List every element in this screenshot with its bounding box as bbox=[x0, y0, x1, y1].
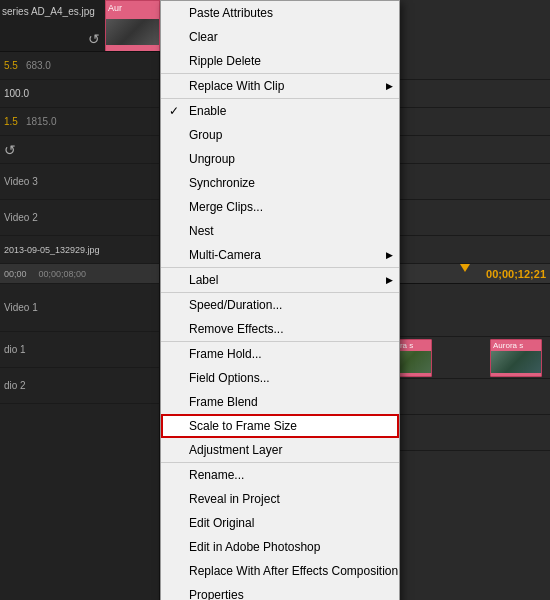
menu-item-edit-original[interactable]: Edit Original bbox=[161, 511, 399, 535]
menu-item-multi-camera[interactable]: Multi-Camera bbox=[161, 243, 399, 267]
top-left-panel: series AD_A4_es.jpg Aur ↺ bbox=[0, 0, 160, 52]
menu-item-rename[interactable]: Rename... bbox=[161, 463, 399, 487]
aurora-clip-5-thumb bbox=[491, 351, 541, 373]
menu-item-ripple-delete[interactable]: Ripple Delete bbox=[161, 49, 399, 73]
track-label-v1: Video 1 bbox=[4, 302, 38, 313]
track-ruler: 00;00 00;00;08;00 bbox=[0, 264, 159, 284]
track-label-a2: dio 2 bbox=[4, 380, 26, 391]
pink-clip-top: Aur bbox=[105, 0, 160, 52]
undo-icon-2[interactable]: ↺ bbox=[4, 142, 16, 158]
track-val-3a: 1.5 bbox=[4, 116, 18, 127]
menu-item-paste-attributes[interactable]: Paste Attributes bbox=[161, 1, 399, 25]
menu-item-edit-in-photoshop[interactable]: Edit in Adobe Photoshop bbox=[161, 535, 399, 559]
clip-thumbnail bbox=[106, 19, 159, 45]
track-val-1a: 5.5 bbox=[4, 60, 18, 71]
track-row-1: 5.5 683.0 bbox=[0, 52, 159, 80]
track-audio1: dio 1 bbox=[0, 332, 159, 368]
timecode-right: 00;00;08;00 bbox=[39, 269, 87, 279]
track-row-3: 1.5 1815.0 bbox=[0, 108, 159, 136]
clip-name-label: series AD_A4_es.jpg bbox=[2, 6, 95, 17]
date-label: 2013-09-05_132929.jpg bbox=[4, 245, 100, 255]
track-label-v3: Video 3 bbox=[4, 176, 38, 187]
track-label-v2: Video 2 bbox=[4, 212, 38, 223]
track-date: 2013-09-05_132929.jpg bbox=[0, 236, 159, 264]
menu-item-replace-after-effects[interactable]: Replace With After Effects Composition bbox=[161, 559, 399, 583]
track-video3: Video 3 bbox=[0, 164, 159, 200]
menu-item-remove-effects[interactable]: Remove Effects... bbox=[161, 317, 399, 341]
menu-item-synchronize[interactable]: Synchronize bbox=[161, 171, 399, 195]
menu-item-scale-to-frame-size[interactable]: Scale to Frame Size bbox=[161, 414, 399, 438]
timecode-display: 00;00;12;21 bbox=[486, 268, 546, 280]
menu-item-label[interactable]: Label bbox=[161, 268, 399, 292]
pink-clip-top-label: Aur bbox=[106, 1, 159, 15]
menu-item-replace-with-clip[interactable]: Replace With Clip bbox=[161, 74, 399, 98]
track-label-a1: dio 1 bbox=[4, 344, 26, 355]
track-audio2: dio 2 bbox=[0, 368, 159, 404]
timecode-left: 00;00 bbox=[4, 269, 27, 279]
menu-item-frame-hold[interactable]: Frame Hold... bbox=[161, 342, 399, 366]
menu-item-enable[interactable]: Enable bbox=[161, 99, 399, 123]
menu-item-properties[interactable]: Properties bbox=[161, 583, 399, 600]
menu-item-merge-clips[interactable]: Merge Clips... bbox=[161, 195, 399, 219]
menu-item-ungroup[interactable]: Ungroup bbox=[161, 147, 399, 171]
track-row-2: 100.0 bbox=[0, 80, 159, 108]
track-video2: Video 2 bbox=[0, 200, 159, 236]
left-panel: 5.5 683.0 100.0 1.5 1815.0 ↺ Video 3 Vid… bbox=[0, 52, 160, 600]
menu-item-nest[interactable]: Nest bbox=[161, 219, 399, 243]
playhead-marker bbox=[460, 264, 470, 272]
aurora-clip-5[interactable]: Aurora s bbox=[490, 339, 542, 377]
track-val-3b: 1815.0 bbox=[26, 116, 57, 127]
menu-item-field-options[interactable]: Field Options... bbox=[161, 366, 399, 390]
undo-icon[interactable]: ↺ bbox=[88, 31, 100, 47]
menu-item-reveal-in-project[interactable]: Reveal in Project bbox=[161, 487, 399, 511]
menu-item-clear[interactable]: Clear bbox=[161, 25, 399, 49]
menu-item-speed-duration[interactable]: Speed/Duration... bbox=[161, 293, 399, 317]
track-val-2: 100.0 bbox=[4, 88, 29, 99]
context-menu: Paste Attributes Clear Ripple Delete Rep… bbox=[160, 0, 400, 600]
track-row-4: ↺ bbox=[0, 136, 159, 164]
menu-item-group[interactable]: Group bbox=[161, 123, 399, 147]
track-val-1b: 683.0 bbox=[26, 60, 51, 71]
menu-item-adjustment-layer[interactable]: Adjustment Layer bbox=[161, 438, 399, 462]
aurora-clip-5-label: Aurora s bbox=[491, 340, 541, 351]
menu-item-frame-blend[interactable]: Frame Blend bbox=[161, 390, 399, 414]
track-video1: Video 1 bbox=[0, 284, 159, 332]
